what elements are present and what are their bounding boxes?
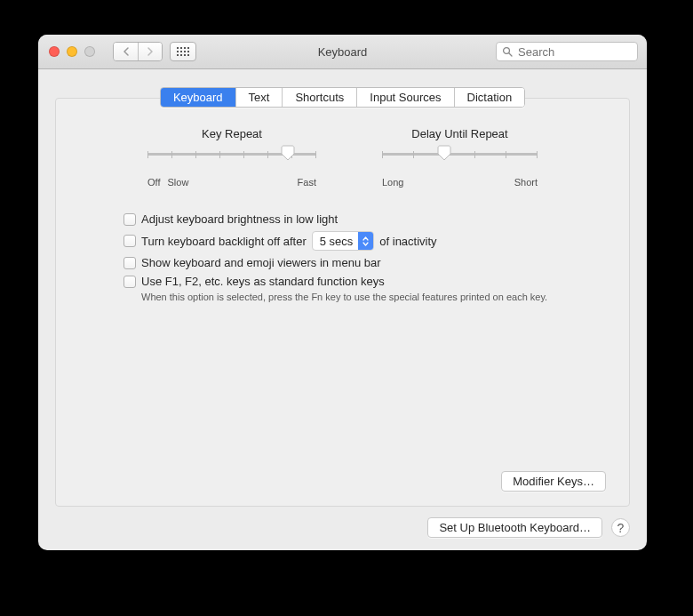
zoom-button[interactable] xyxy=(84,46,95,57)
key-repeat-block: Key Repeat Off S xyxy=(147,127,316,188)
footer: Set Up Bluetooth Keyboard… ? xyxy=(38,507,647,550)
check-emoji[interactable] xyxy=(123,257,136,269)
titlebar: Keyboard xyxy=(38,35,647,69)
checks: Adjust keyboard brightness in low light … xyxy=(79,210,606,302)
minimize-button[interactable] xyxy=(67,46,77,57)
check-fnkeys[interactable] xyxy=(123,276,136,288)
delay-thumb[interactable] xyxy=(437,145,451,160)
preferences-window: Keyboard Keyboard Text Shortcuts Input S… xyxy=(38,35,647,550)
check-fnkeys-row: Use F1, F2, etc. keys as standard functi… xyxy=(123,272,597,291)
stepper-icon xyxy=(358,232,373,250)
search-field[interactable] xyxy=(496,42,638,61)
check-emoji-row: Show keyboard and emoji viewers in menu … xyxy=(123,253,597,272)
label-slow: Slow xyxy=(167,177,188,188)
help-button[interactable]: ? xyxy=(611,518,630,537)
tab-dictation[interactable]: Dictation xyxy=(454,88,525,107)
check-backlight-row: Turn keyboard backlight off after 5 secs… xyxy=(123,228,597,253)
label-off: Off xyxy=(147,177,160,188)
key-repeat-labels: Off Slow Fast xyxy=(147,177,316,188)
show-all-button[interactable] xyxy=(170,42,196,61)
close-button[interactable] xyxy=(49,46,60,57)
label-fast: Fast xyxy=(298,177,316,188)
nav-group xyxy=(113,42,163,61)
check-emoji-label: Show keyboard and emoji viewers in menu … xyxy=(141,256,381,269)
tab-keyboard[interactable]: Keyboard xyxy=(161,88,235,107)
backlight-timeout-value: 5 secs xyxy=(313,235,359,248)
key-repeat-title: Key Repeat xyxy=(147,127,316,140)
svg-point-0 xyxy=(504,48,510,54)
backlight-timeout-select[interactable]: 5 secs xyxy=(312,231,375,251)
search-icon xyxy=(502,46,513,57)
delay-labels: Long Short xyxy=(382,177,538,188)
check-brightness-row: Adjust keyboard brightness in low light xyxy=(123,210,597,228)
modifier-keys-button[interactable]: Modifier Keys… xyxy=(501,471,606,492)
tabs: Keyboard Text Shortcuts Input Sources Di… xyxy=(160,87,525,108)
delay-block: Delay Until Repeat Long Short xyxy=(382,127,538,188)
tab-text[interactable]: Text xyxy=(235,88,283,107)
fnkeys-help-text: When this option is selected, press the … xyxy=(141,292,597,302)
search-input[interactable] xyxy=(516,44,632,60)
check-brightness-label: Adjust keyboard brightness in low light xyxy=(141,212,338,226)
sliders-row: Key Repeat Off S xyxy=(79,127,606,210)
delay-title: Delay Until Repeat xyxy=(382,127,538,140)
label-short: Short xyxy=(514,177,538,188)
tab-shortcuts[interactable]: Shortcuts xyxy=(282,88,356,107)
check-brightness[interactable] xyxy=(123,213,136,226)
check-backlight-label-before: Turn keyboard backlight off after xyxy=(141,235,307,248)
forward-button[interactable] xyxy=(138,43,162,60)
content: Keyboard Text Shortcuts Input Sources Di… xyxy=(38,69,647,507)
delay-slider[interactable] xyxy=(382,151,538,174)
modifier-keys-row: Modifier Keys… xyxy=(79,462,606,492)
bluetooth-keyboard-button[interactable]: Set Up Bluetooth Keyboard… xyxy=(427,517,602,538)
svg-line-1 xyxy=(509,53,512,56)
back-button[interactable] xyxy=(114,43,138,60)
check-backlight-label-after: of inactivity xyxy=(379,235,436,248)
tab-bar: Keyboard Text Shortcuts Input Sources Di… xyxy=(55,87,630,108)
label-long: Long xyxy=(382,177,403,188)
tab-input-sources[interactable]: Input Sources xyxy=(356,88,453,107)
grid-icon xyxy=(177,47,189,56)
tab-panel: Key Repeat Off S xyxy=(55,98,630,507)
key-repeat-slider[interactable] xyxy=(147,151,316,174)
key-repeat-thumb[interactable] xyxy=(281,145,295,160)
window-controls xyxy=(38,46,95,57)
check-fnkeys-label: Use F1, F2, etc. keys as standard functi… xyxy=(141,275,385,288)
check-backlight[interactable] xyxy=(123,235,136,247)
